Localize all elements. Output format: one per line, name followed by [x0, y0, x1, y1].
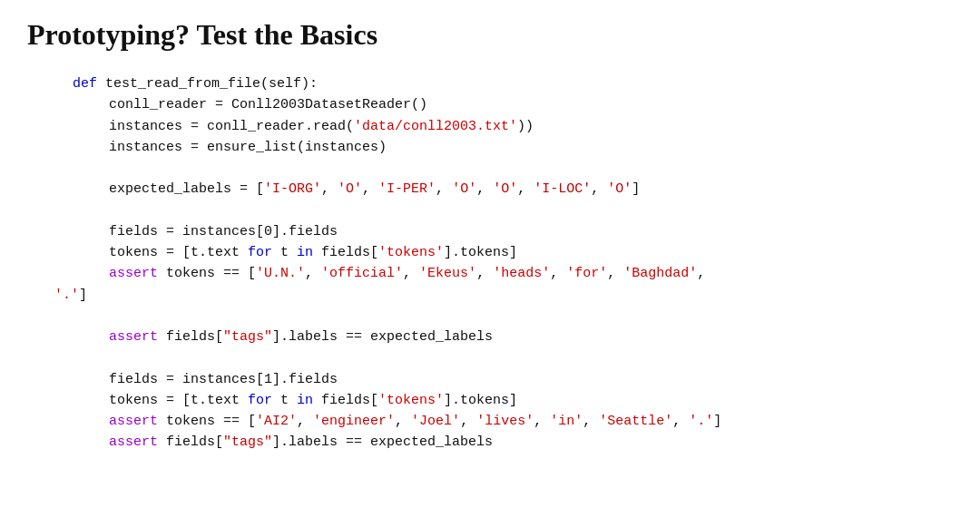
code-line-instances-2: instances = ensure_list(instances) — [54, 137, 953, 158]
page-title: Prototyping? Test the Basics — [27, 18, 953, 52]
blank-line-3 — [54, 306, 953, 327]
blank-line-1 — [54, 158, 953, 179]
code-line-assert-1: assert tokens == ['U.N.', 'official', 'E… — [54, 263, 953, 284]
code-line-instances-1: instances = conll_reader.read('data/conl… — [54, 116, 953, 137]
code-line-assert-3: assert tokens == ['AI2', 'engineer', 'Jo… — [54, 411, 953, 432]
code-line-fields-2: fields = instances[1].fields — [54, 369, 953, 390]
code-line-tokens-1: tokens = [t.text for t in fields['tokens… — [54, 242, 953, 263]
code-line-expected-labels: expected_labels = ['I-ORG', 'O', 'I-PER'… — [54, 179, 953, 200]
code-line-tokens-2: tokens = [t.text for t in fields['tokens… — [54, 390, 953, 411]
code-line-conll-reader: conll_reader = Conll2003DatasetReader() — [54, 94, 953, 115]
blank-line-2 — [54, 200, 953, 221]
code-line-fields-1: fields = instances[0].fields — [54, 221, 953, 242]
code-line-assert-4: assert fields["tags"].labels == expected… — [54, 432, 953, 453]
code-line-def: def test_read_from_file(self): — [54, 73, 953, 94]
blank-line-4 — [54, 347, 953, 368]
code-block: def test_read_from_file(self): conll_rea… — [27, 73, 953, 454]
code-line-assert-2: assert fields["tags"].labels == expected… — [54, 327, 953, 347]
code-line-assert-1-wrap: '.'] — [54, 285, 953, 306]
